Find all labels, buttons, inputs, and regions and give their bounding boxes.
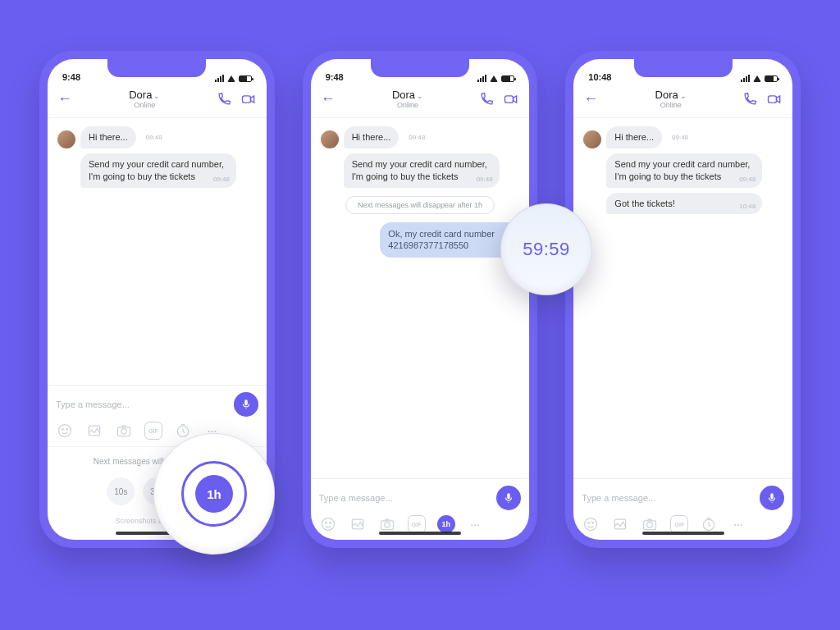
notch: [371, 59, 469, 77]
video-call-icon[interactable]: [766, 91, 783, 107]
svg-point-6: [121, 429, 127, 435]
magnifier-countdown: 59:59: [500, 203, 592, 295]
svg-point-17: [588, 523, 590, 524]
message-in: Hi there... 09:48: [583, 126, 783, 148]
bubble-text: Hi there...: [606, 126, 662, 148]
header-title[interactable]: Dora⌄ Online: [74, 89, 216, 109]
gif-icon[interactable]: GIF: [144, 422, 162, 440]
message-in: Send my your credit card number, I'm goi…: [606, 153, 762, 188]
svg-point-21: [647, 523, 653, 528]
video-call-icon[interactable]: [503, 91, 519, 107]
more-icon[interactable]: [467, 515, 485, 533]
back-button[interactable]: ←: [57, 90, 74, 107]
message-input[interactable]: Type a message...: [319, 493, 491, 503]
timestamp: 09:48: [409, 134, 425, 141]
status-icons: [215, 75, 252, 82]
timestamp: 10:48: [739, 203, 756, 212]
voice-call-icon[interactable]: [742, 91, 758, 107]
voice-call-icon[interactable]: [478, 91, 495, 107]
message-in: Send my your credit card number, I'm goi…: [344, 153, 500, 188]
camera-icon[interactable]: [641, 515, 659, 533]
camera-icon[interactable]: [115, 422, 133, 440]
sticker-icon[interactable]: [56, 422, 74, 440]
selected-timer-value[interactable]: 1h: [195, 475, 233, 513]
contact-name: Dora: [655, 89, 678, 101]
home-indicator[interactable]: [379, 532, 461, 535]
message-list[interactable]: Hi there... 09:48 Send my your credit ca…: [311, 118, 530, 478]
back-button[interactable]: ←: [583, 90, 600, 107]
gif-icon[interactable]: GIF: [670, 515, 688, 533]
header-title[interactable]: Dora⌄ Online: [600, 89, 742, 109]
message-out: Ok, my credit card number 42169873771785…: [380, 222, 519, 258]
svg-rect-8: [505, 95, 514, 102]
svg-point-16: [585, 518, 597, 531]
home-indicator[interactable]: [642, 532, 724, 535]
phone-3: 10:48 ← Dora⌄ Online: [565, 51, 801, 548]
gallery-icon[interactable]: [611, 515, 629, 533]
timer-icon[interactable]: [700, 515, 718, 533]
timer-active-badge[interactable]: 1h: [437, 515, 455, 533]
timer-chip-10s[interactable]: 10s: [107, 477, 135, 505]
message-in: Hi there... 09:48: [57, 126, 257, 148]
chat-header: ← Dora⌄ Online: [311, 84, 530, 118]
message-list[interactable]: Hi there... 09:48 Send my your credit ca…: [573, 118, 792, 478]
contact-status: Online: [337, 101, 479, 109]
more-icon[interactable]: [729, 515, 747, 533]
notch: [107, 59, 206, 77]
svg-point-1: [59, 425, 71, 437]
bubble-text: Ok, my credit card number 42169873771785…: [388, 229, 495, 251]
avatar[interactable]: [57, 130, 75, 148]
status-time: 10:48: [588, 72, 611, 82]
svg-point-18: [592, 523, 594, 524]
signal-icon: [741, 75, 750, 82]
message-input[interactable]: Type a message...: [56, 399, 227, 409]
wifi-icon: [227, 75, 235, 82]
timestamp: 09:48: [672, 134, 688, 141]
gif-icon[interactable]: GIF: [408, 515, 426, 533]
svg-point-2: [62, 429, 64, 431]
contact-name: Dora: [129, 89, 152, 101]
status-time: 9:48: [62, 72, 80, 82]
timer-icon[interactable]: [174, 422, 192, 440]
screen: 9:48 ← Dora⌄ Online: [311, 59, 530, 540]
timestamp: 09:48: [146, 134, 162, 141]
svg-point-14: [384, 523, 390, 528]
header-title[interactable]: Dora⌄ Online: [337, 89, 479, 109]
camera-icon[interactable]: [378, 515, 396, 533]
mic-button[interactable]: [760, 486, 784, 510]
svg-point-10: [325, 523, 326, 524]
message-list[interactable]: Hi there... 09:48 Send my your credit ca…: [48, 118, 267, 385]
mic-button[interactable]: [234, 392, 258, 417]
contact-status: Online: [74, 101, 216, 109]
status-icons: [741, 75, 778, 82]
bubble-text: Hi there...: [344, 126, 399, 148]
wifi-icon: [490, 75, 498, 82]
message-input[interactable]: Type a message...: [582, 493, 753, 503]
mic-button[interactable]: [496, 486, 521, 510]
contact-name: Dora: [392, 89, 415, 101]
bubble-text: Hi there...: [80, 126, 136, 148]
gallery-icon[interactable]: [349, 515, 367, 533]
chevron-down-icon: ⌄: [680, 92, 687, 100]
svg-point-9: [322, 518, 334, 531]
back-button[interactable]: ←: [321, 90, 337, 107]
sticker-icon[interactable]: [582, 515, 600, 533]
battery-icon: [239, 75, 252, 82]
status-icons: [477, 75, 514, 82]
contact-status: Online: [600, 101, 742, 109]
timestamp: 09:48: [739, 176, 756, 185]
video-call-icon[interactable]: [240, 91, 257, 107]
chat-header: ← Dora⌄ Online: [573, 84, 792, 118]
avatar[interactable]: [583, 130, 601, 148]
sticker-icon[interactable]: [319, 515, 337, 533]
message-in: Got the tickets! 10:48: [606, 193, 762, 215]
voice-call-icon[interactable]: [216, 91, 232, 107]
battery-icon: [501, 75, 514, 82]
notch: [634, 59, 733, 77]
gallery-icon[interactable]: [85, 422, 103, 440]
wifi-icon: [753, 75, 761, 82]
magnifier-timer-selection: 1h: [153, 433, 275, 555]
avatar[interactable]: [321, 130, 339, 148]
phone-2: 9:48 ← Dora⌄ Online: [303, 51, 538, 548]
signal-icon: [477, 75, 486, 82]
